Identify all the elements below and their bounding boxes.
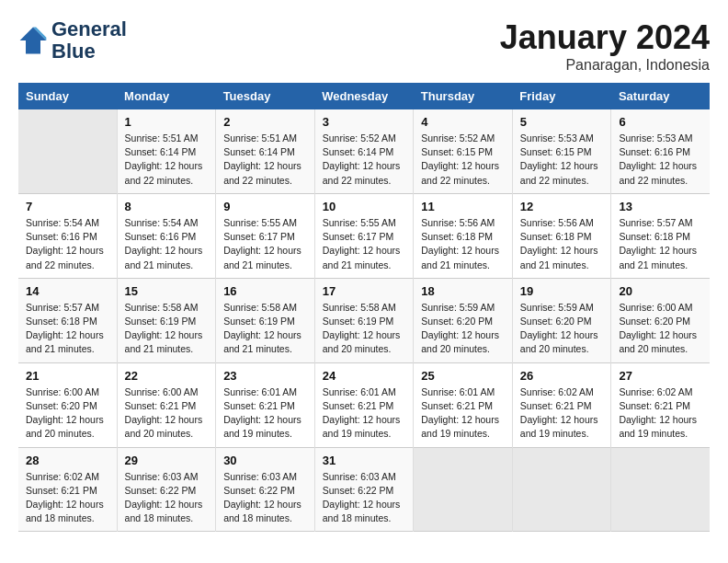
logo: General Blue	[18, 18, 127, 63]
day-number: 24	[323, 369, 406, 383]
day-cell: 9Sunrise: 5:55 AMSunset: 6:17 PMDaylight…	[216, 193, 315, 278]
day-number: 29	[125, 454, 209, 467]
day-number: 9	[223, 200, 307, 213]
day-cell: 30Sunrise: 6:03 AMSunset: 6:22 PMDayligh…	[216, 447, 315, 532]
day-number: 25	[421, 369, 505, 383]
day-info: Sunrise: 6:03 AMSunset: 6:22 PMDaylight:…	[323, 470, 406, 526]
day-cell: 24Sunrise: 6:01 AMSunset: 6:21 PMDayligh…	[314, 362, 414, 447]
day-number: 20	[619, 284, 702, 298]
header-sunday: Sunday	[18, 83, 117, 109]
day-info: Sunrise: 5:53 AMSunset: 6:15 PMDaylight:…	[520, 132, 604, 188]
day-cell: 16Sunrise: 5:58 AMSunset: 6:19 PMDayligh…	[216, 278, 315, 362]
day-number: 2	[223, 115, 307, 129]
day-info: Sunrise: 6:02 AMSunset: 6:21 PMDaylight:…	[619, 385, 702, 442]
day-cell	[512, 447, 611, 532]
day-info: Sunrise: 6:00 AMSunset: 6:20 PMDaylight:…	[619, 301, 702, 357]
day-info: Sunrise: 5:59 AMSunset: 6:20 PMDaylight:…	[421, 301, 505, 357]
day-info: Sunrise: 5:58 AMSunset: 6:19 PMDaylight:…	[125, 301, 209, 357]
day-cell	[414, 447, 513, 532]
day-info: Sunrise: 5:51 AMSunset: 6:14 PMDaylight:…	[125, 132, 209, 188]
day-cell: 29Sunrise: 6:03 AMSunset: 6:22 PMDayligh…	[117, 447, 216, 532]
day-number: 7	[26, 200, 109, 213]
day-cell: 15Sunrise: 5:58 AMSunset: 6:19 PMDayligh…	[117, 278, 216, 362]
header-wednesday: Wednesday	[314, 83, 414, 109]
day-number: 12	[520, 200, 604, 213]
day-cell: 5Sunrise: 5:53 AMSunset: 6:15 PMDaylight…	[512, 109, 611, 193]
day-cell	[18, 109, 117, 193]
day-cell: 22Sunrise: 6:00 AMSunset: 6:21 PMDayligh…	[117, 362, 216, 447]
day-cell: 12Sunrise: 5:56 AMSunset: 6:18 PMDayligh…	[512, 193, 611, 278]
day-number: 30	[223, 454, 307, 467]
day-info: Sunrise: 5:58 AMSunset: 6:19 PMDaylight:…	[223, 301, 307, 357]
calendar-subtitle: Panaragan, Indonesia	[500, 57, 710, 74]
day-cell: 6Sunrise: 5:53 AMSunset: 6:16 PMDaylight…	[611, 109, 710, 193]
day-cell: 10Sunrise: 5:55 AMSunset: 6:17 PMDayligh…	[314, 193, 414, 278]
logo-icon	[18, 26, 48, 55]
day-number: 26	[520, 369, 604, 383]
day-info: Sunrise: 5:57 AMSunset: 6:18 PMDaylight:…	[26, 301, 109, 357]
day-info: Sunrise: 6:03 AMSunset: 6:22 PMDaylight:…	[223, 470, 307, 526]
header-tuesday: Tuesday	[216, 83, 315, 109]
day-number: 8	[125, 200, 209, 213]
day-number: 4	[421, 115, 505, 129]
day-number: 27	[619, 369, 702, 383]
day-cell: 18Sunrise: 5:59 AMSunset: 6:20 PMDayligh…	[414, 278, 513, 362]
day-cell: 1Sunrise: 5:51 AMSunset: 6:14 PMDaylight…	[117, 109, 216, 193]
title-block: January 2024 Panaragan, Indonesia	[500, 18, 710, 74]
svg-marker-0	[20, 28, 47, 54]
header-thursday: Thursday	[414, 83, 513, 109]
day-info: Sunrise: 5:59 AMSunset: 6:20 PMDaylight:…	[520, 301, 604, 357]
day-cell: 27Sunrise: 6:02 AMSunset: 6:21 PMDayligh…	[611, 362, 710, 447]
day-number: 11	[421, 200, 505, 213]
day-info: Sunrise: 5:53 AMSunset: 6:16 PMDaylight:…	[619, 132, 702, 188]
calendar-table: SundayMondayTuesdayWednesdayThursdayFrid…	[18, 83, 710, 532]
week-row-5: 28Sunrise: 6:02 AMSunset: 6:21 PMDayligh…	[18, 447, 710, 532]
day-cell: 26Sunrise: 6:02 AMSunset: 6:21 PMDayligh…	[512, 362, 611, 447]
day-cell: 11Sunrise: 5:56 AMSunset: 6:18 PMDayligh…	[414, 193, 513, 278]
week-row-1: 1Sunrise: 5:51 AMSunset: 6:14 PMDaylight…	[18, 109, 710, 193]
header-friday: Friday	[512, 83, 611, 109]
day-cell: 14Sunrise: 5:57 AMSunset: 6:18 PMDayligh…	[18, 278, 117, 362]
day-cell: 3Sunrise: 5:52 AMSunset: 6:14 PMDaylight…	[314, 109, 414, 193]
day-info: Sunrise: 6:03 AMSunset: 6:22 PMDaylight:…	[125, 470, 209, 526]
day-cell: 4Sunrise: 5:52 AMSunset: 6:15 PMDaylight…	[414, 109, 513, 193]
day-number: 18	[421, 284, 505, 298]
day-number: 5	[520, 115, 604, 129]
day-cell: 7Sunrise: 5:54 AMSunset: 6:16 PMDaylight…	[18, 193, 117, 278]
day-number: 23	[223, 369, 307, 383]
day-cell: 28Sunrise: 6:02 AMSunset: 6:21 PMDayligh…	[18, 447, 117, 532]
day-info: Sunrise: 6:01 AMSunset: 6:21 PMDaylight:…	[223, 385, 307, 442]
day-cell: 2Sunrise: 5:51 AMSunset: 6:14 PMDaylight…	[216, 109, 315, 193]
header-saturday: Saturday	[611, 83, 710, 109]
calendar-title: January 2024	[500, 18, 710, 57]
day-number: 15	[125, 284, 209, 298]
day-info: Sunrise: 6:01 AMSunset: 6:21 PMDaylight:…	[421, 385, 505, 442]
day-info: Sunrise: 6:02 AMSunset: 6:21 PMDaylight:…	[520, 385, 604, 442]
day-info: Sunrise: 5:55 AMSunset: 6:17 PMDaylight:…	[223, 216, 307, 272]
day-number: 19	[520, 284, 604, 298]
day-number: 16	[223, 284, 307, 298]
header-monday: Monday	[117, 83, 216, 109]
day-info: Sunrise: 6:00 AMSunset: 6:21 PMDaylight:…	[125, 385, 209, 442]
day-cell: 23Sunrise: 6:01 AMSunset: 6:21 PMDayligh…	[216, 362, 315, 447]
day-cell: 17Sunrise: 5:58 AMSunset: 6:19 PMDayligh…	[314, 278, 414, 362]
day-number: 10	[323, 200, 406, 213]
day-info: Sunrise: 5:57 AMSunset: 6:18 PMDaylight:…	[619, 216, 702, 272]
day-cell: 25Sunrise: 6:01 AMSunset: 6:21 PMDayligh…	[414, 362, 513, 447]
day-number: 13	[619, 200, 702, 213]
day-info: Sunrise: 5:56 AMSunset: 6:18 PMDaylight:…	[421, 216, 505, 272]
day-cell: 20Sunrise: 6:00 AMSunset: 6:20 PMDayligh…	[611, 278, 710, 362]
day-number: 14	[26, 284, 109, 298]
day-number: 31	[323, 454, 406, 467]
day-cell: 21Sunrise: 6:00 AMSunset: 6:20 PMDayligh…	[18, 362, 117, 447]
day-number: 28	[26, 454, 109, 467]
day-cell: 19Sunrise: 5:59 AMSunset: 6:20 PMDayligh…	[512, 278, 611, 362]
day-info: Sunrise: 5:51 AMSunset: 6:14 PMDaylight:…	[223, 132, 307, 188]
day-info: Sunrise: 6:00 AMSunset: 6:20 PMDaylight:…	[26, 385, 109, 442]
day-cell: 8Sunrise: 5:54 AMSunset: 6:16 PMDaylight…	[117, 193, 216, 278]
page-header: General Blue January 2024 Panaragan, Ind…	[18, 18, 710, 74]
day-cell	[611, 447, 710, 532]
day-info: Sunrise: 5:52 AMSunset: 6:15 PMDaylight:…	[421, 132, 505, 188]
day-number: 6	[619, 115, 702, 129]
day-info: Sunrise: 6:02 AMSunset: 6:21 PMDaylight:…	[26, 470, 109, 526]
